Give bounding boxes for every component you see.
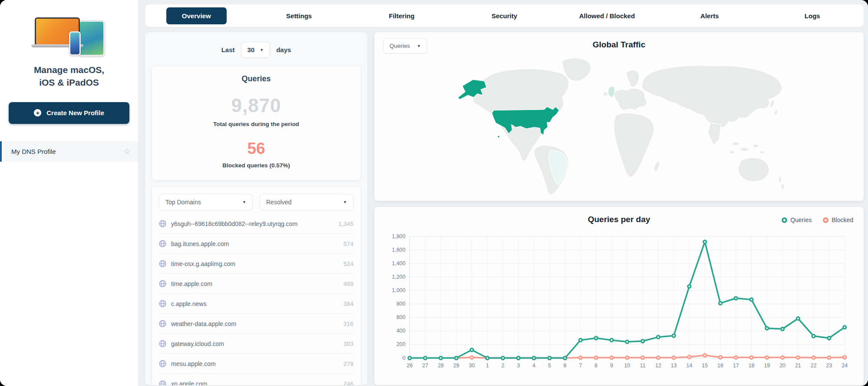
chart-legend: QueriesBlocked <box>782 216 853 223</box>
domain-count: 488 <box>343 280 353 287</box>
domain-row: xp.apple.com246 <box>159 374 353 385</box>
svg-text:1: 1 <box>486 363 489 369</box>
svg-text:8: 8 <box>594 363 597 369</box>
chevron-down-icon: ▼ <box>260 48 264 52</box>
svg-text:1,400: 1,400 <box>392 260 406 266</box>
period-selector: Last 30 ▼ days <box>152 42 360 58</box>
domains-type-select[interactable]: Top Domains ▼ <box>159 194 253 210</box>
globe-icon <box>159 260 166 267</box>
svg-text:200: 200 <box>396 341 406 347</box>
svg-text:16: 16 <box>717 363 723 369</box>
legend-item-queries[interactable]: Queries <box>782 216 812 223</box>
world-map <box>382 54 856 196</box>
domain-name: weather-data.apple.com <box>171 320 236 327</box>
tab-settings[interactable]: Settings <box>248 12 350 20</box>
legend-item-blocked[interactable]: Blocked <box>823 216 853 223</box>
svg-text:27: 27 <box>422 363 428 369</box>
svg-text:30: 30 <box>469 363 475 369</box>
domains-status-select[interactable]: Resolved ▼ <box>260 194 353 210</box>
svg-text:22: 22 <box>811 363 817 369</box>
top-domains-card: Top Domains ▼ Resolved ▼ y6sguh--69618c6… <box>152 187 360 385</box>
tab-logs[interactable]: Logs <box>761 12 864 20</box>
tab-filtering[interactable]: Filtering <box>350 12 453 20</box>
top-navigation: OverviewSettingsFilteringSecurityAllowed… <box>145 4 864 27</box>
domain-row: gateway.icloud.com303 <box>159 334 353 354</box>
svg-text:600: 600 <box>396 314 406 320</box>
svg-text:5: 5 <box>548 363 551 369</box>
domain-name: time.apple.com <box>171 280 212 287</box>
queries-per-day-card: Queries per day QueriesBlocked 020040060… <box>374 207 864 385</box>
sidebar-item-my-dns-profile[interactable]: My DNS Profile ☆ <box>0 141 138 162</box>
main-area: OverviewSettingsFilteringSecurityAllowed… <box>138 0 868 386</box>
period-suffix-label: days <box>276 46 291 53</box>
domain-row: time.apple.com488 <box>159 274 353 294</box>
globe-icon <box>159 360 166 367</box>
globe-icon <box>159 300 166 307</box>
total-queries-value: 9,870 <box>159 95 353 116</box>
plus-icon: + <box>34 109 41 116</box>
domain-count: 246 <box>343 380 353 385</box>
domain-name: bag.itunes.apple.com <box>171 240 229 247</box>
left-panel: Last 30 ▼ days Queries 9,870 Total queri… <box>145 32 367 385</box>
total-queries-caption: Total queries during the period <box>159 121 353 127</box>
domain-row: weather-data.apple.com316 <box>159 314 353 334</box>
domain-count: 316 <box>343 320 353 327</box>
create-new-profile-button[interactable]: + Create New Profile <box>9 102 129 124</box>
svg-text:12: 12 <box>655 363 661 369</box>
global-traffic-card: Queries ▼ Global Traffic <box>374 32 864 201</box>
svg-text:15: 15 <box>702 363 708 369</box>
domain-row: bag.itunes.apple.com574 <box>159 234 353 254</box>
blocked-queries-caption: Blocked queries (0.57%) <box>159 162 353 169</box>
blocked-legend-ring-icon <box>823 217 828 223</box>
favorite-star-icon[interactable]: ☆ <box>124 147 130 156</box>
stats-card-title: Queries <box>159 74 353 83</box>
globe-icon <box>159 280 166 287</box>
globe-icon <box>159 340 166 347</box>
globe-icon <box>159 220 166 227</box>
svg-text:6: 6 <box>564 363 567 369</box>
svg-text:2: 2 <box>502 363 505 369</box>
svg-text:3: 3 <box>517 363 520 369</box>
domain-count: 1,345 <box>338 220 353 227</box>
svg-text:23: 23 <box>826 363 832 369</box>
tab-alerts[interactable]: Alerts <box>658 12 761 20</box>
iphone-image <box>69 31 81 56</box>
domain-count: 524 <box>343 260 353 267</box>
svg-text:26: 26 <box>407 363 413 369</box>
globe-icon <box>159 240 166 247</box>
domain-name: c.apple.news <box>171 300 207 307</box>
svg-text:18: 18 <box>749 363 755 369</box>
svg-text:9: 9 <box>610 363 613 369</box>
svg-text:4: 4 <box>532 363 535 369</box>
svg-text:19: 19 <box>764 363 770 369</box>
domain-name: xp.apple.com <box>171 380 207 385</box>
svg-text:28: 28 <box>438 363 444 369</box>
svg-text:0: 0 <box>403 355 406 361</box>
svg-text:24: 24 <box>842 363 848 369</box>
sidebar: Manage macOS, iOS & iPadOS + Create New … <box>0 0 138 386</box>
domain-name: time-osx.g.aaplimg.com <box>171 260 235 267</box>
domain-count: 384 <box>343 300 353 307</box>
tab-allowed-blocked[interactable]: Allowed / Blocked <box>556 12 658 20</box>
period-days-select[interactable]: 30 ▼ <box>241 42 271 58</box>
tab-security[interactable]: Security <box>453 12 555 20</box>
period-prefix-label: Last <box>221 46 235 53</box>
promo-title: Manage macOS, iOS & iPadOS <box>0 63 138 89</box>
tab-overview[interactable]: Overview <box>145 7 248 24</box>
svg-text:1,000: 1,000 <box>392 287 406 293</box>
queries-stats-card: Queries 9,870 Total queries during the p… <box>152 67 360 180</box>
domain-row: y6sguh--69618c69bb0d082--reley9.utyrqg.c… <box>159 214 353 234</box>
globe-icon <box>159 320 166 327</box>
svg-text:400: 400 <box>396 328 406 334</box>
domain-count: 279 <box>343 360 353 367</box>
domain-name: y6sguh--69618c69bb0d082--reley9.utyrqg.c… <box>171 220 297 227</box>
app-window: Manage macOS, iOS & iPadOS + Create New … <box>0 0 868 386</box>
domain-row: c.apple.news384 <box>159 294 353 314</box>
domain-row: mesu.apple.com279 <box>159 354 353 374</box>
svg-text:13: 13 <box>671 363 677 369</box>
chevron-down-icon: ▼ <box>417 44 421 48</box>
map-metric-select[interactable]: Queries ▼ <box>383 38 427 53</box>
svg-text:11: 11 <box>640 363 646 369</box>
svg-text:17: 17 <box>733 363 739 369</box>
domain-count: 303 <box>343 340 353 347</box>
